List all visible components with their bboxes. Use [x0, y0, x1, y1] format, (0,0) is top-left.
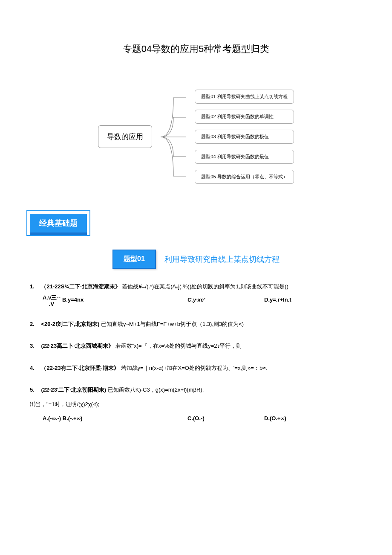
option-d: D.(O.÷∞) — [264, 413, 362, 423]
question-4: 4. （22-23有二下·北京怀柔·期末》 若加战y=｜n(x-α)+加在X=O… — [30, 363, 362, 373]
page-title: 专题04导数的应用5种常考题型归类 — [30, 43, 362, 55]
question-number: 5. — [30, 386, 35, 393]
branch-item: 题型04 利用导数研究函数的最值 — [195, 150, 294, 164]
question-text: 若他战¥=/(.*)在某点(Aₙj(.%))处的切践的斜率为1,则该曲线不可能是… — [122, 283, 288, 290]
topic-tab: 题型01 — [112, 250, 156, 269]
question-number: 2. — [30, 321, 35, 327]
option-b: B.(-.+∞) — [63, 415, 82, 421]
option-ab: A.v三-- .V B.y=4nx — [43, 295, 187, 307]
topic-title: 利用导致研究曲线上某点切线方程 — [164, 254, 280, 264]
branch-item: 题型05 导数的综合运用（零点、不等式） — [195, 170, 294, 184]
question-number: 3. — [30, 343, 35, 349]
option-a: A.(-∞.-) — [43, 415, 61, 421]
branch-item: 题型01 利用导数研究曲线上某点切线方程 — [195, 90, 294, 104]
question-1: 1. （21-22S¾二下·北京海淀期末》 若他战¥=/(.*)在某点(Aₙj(… — [30, 282, 362, 307]
topic-row: 题型01 利用导致研究曲线上某点切线方程 — [30, 250, 362, 269]
question-3: 3. (22·23高二卜·北京西城期末》 若函数"x)=『，在x=%处的切城与直… — [30, 341, 362, 351]
question-text: 已知直线y~M+1与曲线F=F+w+b切于点（1.3),则3的值为<) — [101, 321, 244, 327]
question-number: 4. — [30, 365, 35, 371]
question-2: 2. <20-2!刘二下,北京期末) 已知直线y~M+1与曲线F=F+w+b切于… — [30, 319, 362, 329]
question-text: 已知函数八K)-C3，g(x)=m(2x+l)(mβR). — [108, 386, 204, 393]
question-options: A.(-∞.-) B.(-.+∞) C.(O.-) D.(O.÷∞) — [43, 413, 362, 423]
option-c: C.y·xc' — [187, 295, 264, 307]
question-source: (22-23'二下·北京朝阳期末) — [41, 386, 106, 393]
mindmap-center: 导数的应用 — [98, 125, 152, 148]
section-tab: 经典基础题 — [30, 214, 87, 232]
mindmap-branches: 题型01 利用导数研究曲线上某点切线方程 题型02 利用导数研究函数的单调性 题… — [195, 90, 294, 184]
question-5: 5. (22-23'二下·北京朝阳期末) 已知函数八K)-C3，g(x)=m(2… — [30, 385, 362, 423]
option-a-line2: .V — [49, 301, 54, 307]
option-c: C.(O.-) — [187, 413, 264, 423]
question-source: <20-2!刘二下,北京期末) — [41, 321, 99, 327]
sub-question: ⑴当，"=1时，证明/(χ)2χ(·t); — [30, 399, 362, 409]
question-source: （21-22S¾二下·北京海淀期末》 — [41, 283, 120, 290]
question-options: A.v三-- .V B.y=4nx C.y·xc' D.y=.r+ln.t — [43, 295, 362, 307]
option-b: B.y=4nx — [62, 295, 84, 307]
branch-item: 题型03 利用导数研究函数的极值 — [195, 130, 294, 144]
question-source: (22·23高二卜·北京西城期末》 — [41, 343, 113, 349]
option-a-line1: A.v三-- — [43, 295, 61, 301]
mindmap-connectors — [161, 90, 186, 184]
option-d: D.y=.r+ln.t — [264, 295, 362, 307]
question-text: 若加战y=｜n(x-α)+加在X=O处的切践方程为、'=x,则»=：b≈. — [121, 365, 267, 371]
mindmap: 导数的应用 题型01 利用导数研究曲线上某点切线方程 题型02 利用导数研究函数… — [30, 90, 362, 184]
question-source: （22-23有二下·北京怀柔·期末》 — [41, 365, 119, 371]
question-number: 1. — [30, 283, 35, 290]
branch-item: 题型02 利用导数研究函数的单调性 — [195, 110, 294, 124]
question-text: 若函数"x)=『，在x=%处的切城与直线y=2τ平行，则 — [115, 343, 242, 349]
